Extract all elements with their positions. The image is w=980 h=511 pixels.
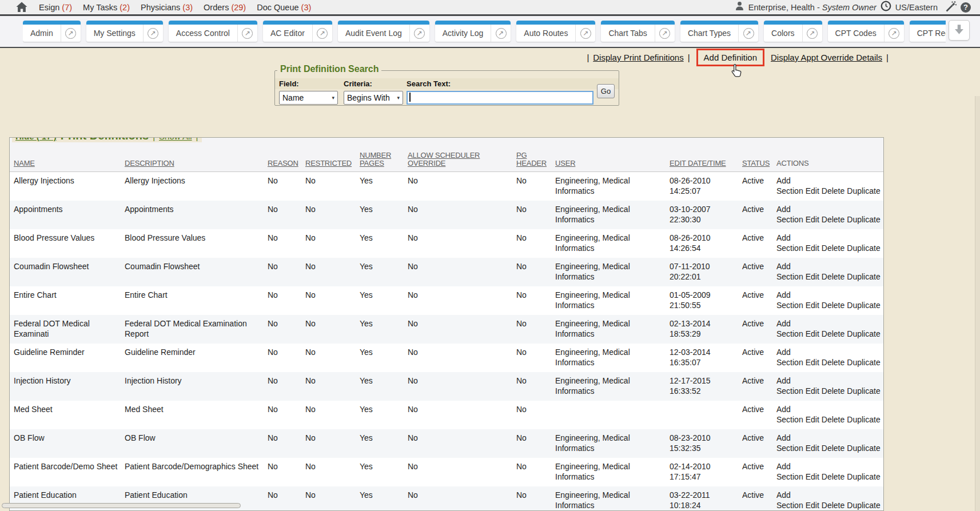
vertical-scrollbar[interactable] (975, 96, 980, 511)
horizontal-scrollbar-thumb[interactable] (2, 503, 241, 508)
action-edit[interactable]: Edit (806, 501, 819, 510)
column-header-allow-scheduler-override[interactable]: ALLOW SCHEDULEROVERRIDE (408, 151, 516, 167)
tab-access-control[interactable]: Access Control↗ (169, 21, 257, 42)
tab-cpt-codes[interactable]: CPT Codes↗ (828, 21, 904, 42)
show-all-link[interactable]: Show All (159, 137, 192, 141)
action-edit[interactable]: Edit (806, 272, 819, 281)
display-print-definitions-link[interactable]: Display Print Definitions (593, 53, 683, 62)
clock-icon[interactable] (881, 1, 891, 14)
action-add-section[interactable]: Add Section (776, 405, 803, 424)
column-header-user[interactable]: USER (555, 159, 670, 167)
home-icon[interactable] (16, 2, 27, 13)
action-edit[interactable]: Edit (806, 329, 819, 338)
action-delete[interactable]: Delete (822, 472, 844, 481)
action-duplicate[interactable]: Duplicate (847, 444, 880, 453)
help-icon[interactable]: ? (961, 2, 971, 13)
action-duplicate[interactable]: Duplicate (847, 329, 880, 338)
external-link-icon[interactable]: ↗ (743, 28, 754, 39)
external-link-icon[interactable]: ↗ (580, 28, 591, 39)
action-duplicate[interactable]: Duplicate (847, 386, 880, 396)
column-header-pg-header[interactable]: PGHEADER (516, 151, 555, 167)
action-add-section[interactable]: Add Section (776, 348, 803, 367)
action-duplicate[interactable]: Duplicate (847, 215, 880, 224)
tab-auto-routes[interactable]: Auto Routes↗ (516, 21, 595, 42)
action-add-section[interactable]: Add Section (776, 433, 803, 453)
action-duplicate[interactable]: Duplicate (847, 243, 880, 253)
action-edit[interactable]: Edit (806, 243, 819, 253)
nav-item-my-tasks[interactable]: My Tasks (2) (83, 3, 130, 12)
tab-chart-tabs[interactable]: Chart Tabs↗ (601, 21, 674, 42)
action-edit[interactable]: Edit (806, 186, 819, 195)
display-appt-override-details-link[interactable]: Display Appt Override Details (771, 53, 882, 62)
tab-audit-event-log[interactable]: Audit Event Log↗ (338, 21, 429, 42)
action-delete[interactable]: Delete (822, 358, 844, 367)
action-edit[interactable]: Edit (806, 386, 819, 396)
column-header-name[interactable]: NAME (14, 159, 125, 167)
action-add-section[interactable]: Add Section (776, 262, 803, 281)
tab-my-settings[interactable]: My Settings↗ (86, 21, 163, 42)
external-link-icon[interactable]: ↗ (65, 28, 76, 39)
action-delete[interactable]: Delete (822, 272, 844, 281)
column-header-description[interactable]: DESCRIPTION (125, 159, 268, 167)
action-duplicate[interactable]: Duplicate (847, 272, 880, 281)
search-text-input[interactable] (407, 91, 593, 105)
tab-admin[interactable]: Admin↗ (23, 21, 81, 42)
action-add-section[interactable]: Add Section (776, 233, 803, 253)
action-delete[interactable]: Delete (822, 415, 844, 424)
action-delete[interactable]: Delete (822, 329, 844, 338)
action-add-section[interactable]: Add Section (776, 290, 803, 310)
column-header-restricted[interactable]: RESTRICTED (305, 159, 360, 167)
action-duplicate[interactable]: Duplicate (847, 186, 880, 195)
wand-icon[interactable] (945, 1, 957, 14)
column-header-status[interactable]: STATUS (742, 159, 776, 167)
action-edit[interactable]: Edit (806, 444, 819, 453)
external-link-icon[interactable]: ↗ (317, 28, 328, 39)
action-edit[interactable]: Edit (806, 301, 819, 310)
action-delete[interactable]: Delete (822, 444, 844, 453)
action-delete[interactable]: Delete (822, 301, 844, 310)
action-delete[interactable]: Delete (822, 243, 844, 253)
column-header-reason[interactable]: REASON (268, 159, 305, 167)
action-duplicate[interactable]: Duplicate (847, 358, 880, 367)
nav-item-doc-queue[interactable]: Doc Queue (3) (257, 3, 311, 12)
action-duplicate[interactable]: Duplicate (847, 472, 880, 481)
action-delete[interactable]: Delete (822, 501, 844, 510)
field-select[interactable]: Name ▾ (279, 91, 338, 105)
action-delete[interactable]: Delete (822, 386, 844, 396)
go-button[interactable]: Go (597, 84, 615, 98)
external-link-icon[interactable]: ↗ (659, 28, 670, 39)
tab-chart-types[interactable]: Chart Types↗ (680, 21, 758, 42)
action-add-section[interactable]: Add Section (776, 490, 803, 510)
action-add-section[interactable]: Add Section (776, 176, 803, 195)
action-duplicate[interactable]: Duplicate (847, 415, 880, 424)
action-duplicate[interactable]: Duplicate (847, 501, 880, 510)
hide-link[interactable]: Hide ( 17 ) (15, 137, 57, 141)
action-add-section[interactable]: Add Section (776, 376, 803, 396)
tab-ac-editor[interactable]: AC Editor↗ (263, 21, 332, 42)
action-delete[interactable]: Delete (822, 186, 844, 195)
column-header-edit-date-time[interactable]: EDIT DATE/TIME (670, 159, 742, 167)
action-add-section[interactable]: Add Section (776, 205, 803, 224)
tab-cpt-requirements[interactable]: CPT Requirements↗ (910, 21, 946, 42)
action-edit[interactable]: Edit (806, 215, 819, 224)
nav-item-physicians[interactable]: Physicians (3) (141, 3, 193, 12)
external-link-icon[interactable]: ↗ (242, 28, 253, 39)
external-link-icon[interactable]: ↗ (889, 28, 899, 39)
tab-activity-log[interactable]: Activity Log↗ (435, 21, 511, 42)
nav-item-orders[interactable]: Orders (29) (204, 3, 246, 12)
external-link-icon[interactable]: ↗ (148, 28, 158, 39)
more-tabs-button[interactable] (949, 20, 970, 41)
criteria-select[interactable]: Begins With ▾ (344, 91, 403, 105)
action-duplicate[interactable]: Duplicate (847, 301, 880, 310)
external-link-icon[interactable]: ↗ (496, 28, 507, 39)
tab-colors[interactable]: Colors↗ (764, 21, 822, 42)
action-edit[interactable]: Edit (806, 415, 819, 424)
action-delete[interactable]: Delete (822, 215, 844, 224)
action-add-section[interactable]: Add Section (776, 319, 803, 338)
action-edit[interactable]: Edit (806, 358, 819, 367)
nav-item-esign[interactable]: Esign (7) (39, 3, 72, 12)
action-edit[interactable]: Edit (806, 472, 819, 481)
external-link-icon[interactable]: ↗ (414, 28, 425, 39)
action-add-section[interactable]: Add Section (776, 462, 803, 481)
column-header-number-pages[interactable]: NUMBERPAGES (360, 151, 408, 167)
